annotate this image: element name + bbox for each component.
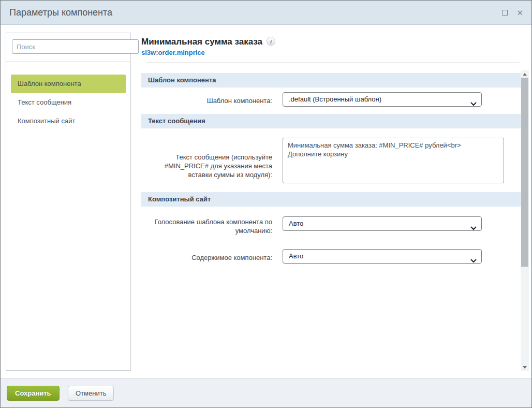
scroll-down-arrow-icon[interactable]	[521, 363, 529, 371]
chevron-down-icon	[470, 254, 477, 258]
field-label: Голосование шаблона компонента по умолча…	[141, 216, 283, 235]
select-value: .default (Встроенный шаблон)	[289, 95, 381, 103]
form-row: Голосование шаблона компонента по умолча…	[141, 216, 521, 235]
component-id-label: sl3w:order.minprice	[141, 49, 531, 56]
dialog-titlebar: Параметры компонента ✕	[1, 1, 531, 25]
message-text-textarea[interactable]: Минимальная сумма заказа: #MIN_PRICE# ру…	[283, 138, 504, 183]
sidebar-item-message-text[interactable]: Текст сообщения	[11, 93, 126, 112]
section-heading-message-text: Текст сообщения	[141, 114, 521, 128]
maximize-icon[interactable]	[502, 10, 508, 16]
save-button[interactable]: Сохранить	[7, 386, 60, 401]
header-divider	[146, 62, 520, 63]
close-icon[interactable]: ✕	[516, 9, 523, 17]
component-parameters-dialog: Параметры компонента ✕ Шаблон компонента…	[0, 0, 532, 408]
window-buttons: ✕	[502, 1, 523, 24]
field-label: Содержимое компонента:	[141, 249, 283, 264]
form-row: Содержимое компонента: Авто	[141, 249, 521, 264]
sidebar-divider	[6, 61, 130, 62]
scroll-up-arrow-icon[interactable]	[521, 70, 529, 78]
form-row: Шаблон компонента: .default (Встроенный …	[141, 92, 521, 107]
field-label: Текст сообщения (используйте #MIN_PRICE#…	[141, 138, 283, 185]
template-vote-select[interactable]: Авто	[283, 216, 482, 231]
form-row: Текст сообщения (используйте #MIN_PRICE#…	[141, 138, 521, 185]
section-heading-component-template: Шаблон компонента	[141, 73, 521, 88]
dialog-footer: Сохранить Отменить	[1, 378, 531, 407]
dialog-title: Параметры компонента	[9, 1, 112, 24]
field-label: Шаблон компонента:	[141, 92, 283, 107]
sidebar-item-component-template[interactable]: Шаблон компонента	[11, 75, 126, 93]
template-select[interactable]: .default (Встроенный шаблон)	[283, 92, 482, 107]
chevron-down-icon	[470, 97, 477, 101]
page-title: Минимальная сумма заказа	[141, 37, 262, 47]
sidebar-tabs: Шаблон компонента Текст сообщения Композ…	[6, 75, 130, 130]
component-content-select[interactable]: Авто	[283, 249, 482, 264]
search-input[interactable]	[12, 39, 139, 54]
parameters-sidebar: Шаблон компонента Текст сообщения Композ…	[6, 33, 131, 371]
parameters-scroll-area: Шаблон компонента Шаблон компонента: .de…	[141, 70, 521, 371]
cancel-button[interactable]: Отменить	[68, 386, 114, 401]
sidebar-item-composite-site[interactable]: Композитный сайт	[11, 112, 126, 130]
vertical-scrollbar[interactable]	[521, 70, 529, 371]
scrollbar-thumb[interactable]	[521, 78, 528, 267]
select-value: Авто	[289, 252, 303, 260]
info-icon[interactable]: i	[267, 37, 275, 46]
main-header: Минимальная сумма заказаi sl3w:order.min…	[136, 33, 531, 63]
parameters-main-panel: Минимальная сумма заказаi sl3w:order.min…	[136, 33, 531, 371]
chevron-down-icon	[470, 222, 477, 226]
select-value: Авто	[289, 220, 303, 227]
section-heading-composite-site: Композитный сайт	[141, 192, 521, 207]
